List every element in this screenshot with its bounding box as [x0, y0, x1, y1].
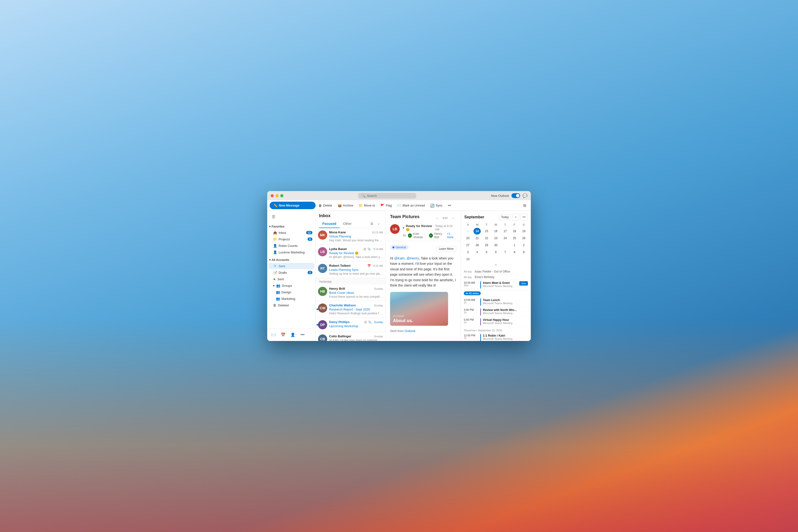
email-item-mona[interactable]: MK Mona Kane 10:21 AM Virtual Planning H… — [316, 228, 385, 245]
cal-day-17[interactable]: 17 — [501, 228, 509, 234]
join-button[interactable]: Join — [519, 281, 528, 286]
sidebar-item-sent[interactable]: 📧 Sent — [268, 263, 315, 269]
cal-day-28[interactable]: 28 — [474, 242, 481, 249]
reading-pane-icon[interactable]: ⊞ — [521, 202, 528, 209]
new-outlook-toggle[interactable] — [511, 193, 520, 198]
more-nav-icon[interactable]: ••• — [298, 330, 307, 339]
tab-other[interactable]: Other — [340, 220, 355, 228]
nav-forward-btn[interactable]: → — [450, 215, 456, 222]
today-button[interactable]: Today — [499, 214, 511, 220]
cal-day-3[interactable]: 3 — [464, 249, 472, 255]
new-message-button[interactable]: ✏️ New Message — [270, 202, 316, 209]
cal-day-9[interactable]: 9 — [520, 249, 527, 255]
sidebar-item-design[interactable]: 👥 Design — [268, 289, 315, 295]
cal-day-7[interactable]: 7 — [501, 249, 509, 255]
search-box[interactable]: 🔍 Search — [358, 193, 416, 198]
sidebar-item-lucerne[interactable]: 👤 Lucerne Marketing — [268, 249, 315, 255]
event-1on1-robin[interactable]: 12:00 PM 1h 1:1 Robin / Katri Microsoft … — [464, 333, 528, 341]
cal-day-27[interactable]: 27 — [464, 242, 472, 249]
hamburger-button[interactable]: ☰ — [270, 213, 277, 221]
email-item-colin[interactable]: CB Colin Ballinger Sunday Hi Katri, I'd … — [316, 332, 385, 341]
cal-day-23[interactable]: 23 — [492, 235, 499, 242]
cal-day-13[interactable]: 13 — [464, 228, 472, 234]
learn-more-button[interactable]: Learn More — [436, 246, 456, 251]
cal-day-14[interactable]: 14 — [474, 228, 481, 234]
cal-day-10[interactable]: 10 — [464, 256, 472, 263]
sidebar-item-deleted[interactable]: 🗑 Deleted — [268, 302, 315, 308]
close-button[interactable] — [271, 194, 274, 197]
event-review[interactable]: 3:00 PM 1h Review with North Win... Micr… — [464, 307, 528, 317]
sidebar-item-marketing[interactable]: 👥 Marketing — [268, 296, 315, 302]
email-body-text: Hi @Katri, @Henry, Take a look when you … — [390, 255, 456, 288]
all-accounts-section-header[interactable]: ▾ All Accounts — [267, 257, 315, 263]
mark-unread-button[interactable]: ✉️ Mark as Unread — [395, 203, 427, 209]
email-item-henry[interactable]: HB Henry Brill Sunday Book Cover Ideas F… — [316, 284, 385, 301]
event-time-robin: 12:00 PM — [464, 334, 478, 337]
sidebar-item-projects[interactable]: 📁 Projects 8 — [268, 236, 315, 242]
chat-icon[interactable]: 💬 — [522, 193, 527, 198]
cal-day-29[interactable]: 29 — [483, 242, 490, 249]
email-item-robert[interactable]: RT Robert Tolbert 📅 8:31 AM Leads Planni… — [316, 261, 385, 278]
event-intern[interactable]: 10:00 AM 30m Intern Meet & Greet Microso… — [464, 280, 528, 290]
mark-unread-icon: ✉️ — [397, 204, 401, 208]
cal-day-26[interactable]: 26 — [520, 235, 527, 242]
all-day-event-2[interactable]: All day Elvia's Birthday — [464, 274, 528, 280]
cal-day-8[interactable]: 8 — [511, 249, 518, 255]
cal-day-22[interactable]: 22 — [483, 235, 490, 242]
cal-day-20[interactable]: 20 — [464, 235, 472, 242]
sync-button[interactable]: 🔄 Sync — [428, 203, 445, 209]
subject-lydia: Ready for Review 😊 — [329, 251, 383, 255]
cal-day-2[interactable]: 2 — [520, 242, 527, 249]
cal-day-18[interactable]: 18 — [511, 228, 518, 234]
nav-reply-btn[interactable]: ↩↩ — [442, 215, 449, 222]
maximize-button[interactable] — [280, 194, 283, 197]
calendar-grid: S M T W T F S 13 14 15 16 17 18 19 20 — [461, 223, 531, 263]
email-item-lydia[interactable]: LB Lydia Bauer @ 📎 9:19 AM Ready for Rev… — [316, 245, 385, 261]
cal-day-5[interactable]: 5 — [483, 249, 490, 255]
archive-button[interactable]: 📦 Archive — [335, 203, 356, 209]
calendar-nav-icon[interactable]: 📅 — [279, 330, 287, 339]
event-happy-hour[interactable]: 5:00 PM 1h Virtual Happy Hour Microsoft … — [464, 317, 528, 327]
favorites-section-header[interactable]: ▾ Favorites — [267, 224, 315, 229]
mail-nav-icon[interactable]: ✉️ — [269, 330, 278, 339]
move-to-button[interactable]: 📁 Move to — [356, 203, 378, 209]
time-robert: 8:31 AM — [373, 264, 383, 267]
all-day-label-1: All day — [464, 270, 475, 273]
flag-button[interactable]: 🚩 Flag — [378, 203, 394, 209]
cal-day-15[interactable]: 15 — [483, 228, 490, 234]
cal-day-1[interactable]: 1 — [511, 242, 518, 249]
sidebar-item-robin-counts[interactable]: 👤 Robin Counts — [268, 243, 315, 249]
calendar-collapse-btn[interactable]: ^ — [461, 263, 531, 269]
cal-day-4[interactable]: 4 — [474, 249, 481, 255]
event-duration-review: 1h — [464, 311, 478, 314]
cal-day-25[interactable]: 25 — [511, 235, 518, 242]
add-event-button[interactable]: + — [512, 214, 519, 221]
nav-back-btn[interactable]: ← — [434, 215, 441, 222]
cal-day-30[interactable]: 30 — [492, 242, 499, 249]
filter-icon[interactable]: ☰ — [368, 220, 375, 227]
tab-focused[interactable]: Focused — [319, 220, 340, 228]
cal-day-24[interactable]: 24 — [501, 235, 509, 242]
minimize-button[interactable] — [276, 194, 279, 197]
email-item-daisy[interactable]: DP Daisy Phillips @ 📎 Sunday Upcoming Wo… — [316, 318, 385, 332]
sent2-label: Sent — [277, 277, 312, 281]
more-options-button[interactable]: ••• — [445, 203, 454, 208]
sidebar-item-drafts[interactable]: 📝 Drafts 2 — [268, 269, 315, 276]
cal-day-6[interactable]: 6 — [492, 249, 499, 255]
cal-day-19[interactable]: 19 — [520, 228, 527, 234]
sidebar-item-groups[interactable]: ▾ 👥 Groups — [268, 282, 315, 289]
sidebar-item-inbox[interactable]: 📥 Inbox 12 — [268, 229, 315, 236]
sidebar-item-sent2[interactable]: ➤ Sent — [268, 276, 315, 282]
delete-button[interactable]: 🗑 Delete — [316, 203, 335, 209]
cal-day-21[interactable]: 21 — [474, 235, 481, 242]
calendar-more-button[interactable]: ••• — [521, 214, 527, 221]
email-item-charlotte[interactable]: CW Charlotte Waltson Sunday Research Rep… — [316, 301, 385, 318]
sent-from-app[interactable]: Outlook — [404, 329, 415, 333]
all-day-event-1[interactable]: All day Isaac Fielder - Out of Office — [464, 269, 528, 274]
cal-day-16[interactable]: 16 — [492, 228, 499, 234]
event-team-lunch[interactable]: 12:00 AM 1h Team Lunch Microsoft Teams M… — [464, 297, 528, 307]
sort-icon[interactable]: ↕ — [375, 220, 382, 227]
people-nav-icon[interactable]: 👤 — [288, 330, 297, 339]
event-title-lunch: Team Lunch — [483, 299, 528, 302]
toolbar: ✏️ New Message 🗑 Delete 📦 Archive 📁 Move… — [267, 200, 531, 211]
